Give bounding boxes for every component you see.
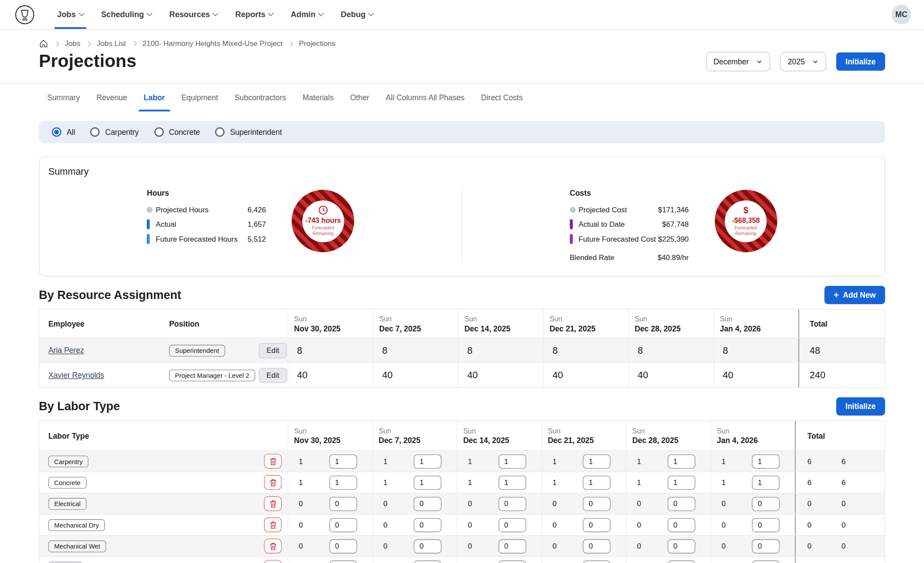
hours-input[interactable] bbox=[498, 496, 526, 510]
hours-input[interactable] bbox=[329, 518, 357, 532]
nav-jobs[interactable]: Jobs bbox=[48, 0, 92, 29]
hours-input[interactable] bbox=[583, 475, 610, 489]
row-total: 66 bbox=[795, 451, 885, 472]
projected-hours-value: 6,426 bbox=[247, 205, 266, 214]
hours-input[interactable] bbox=[668, 475, 695, 489]
hours-input[interactable] bbox=[752, 518, 780, 532]
hours-input[interactable] bbox=[414, 539, 441, 553]
main-nav: Jobs Scheduling Resources Reports Admin … bbox=[48, 0, 382, 29]
hours-input[interactable] bbox=[668, 454, 695, 468]
actual-cost-label: Actual to Date bbox=[579, 220, 662, 229]
year-select[interactable]: 2025 bbox=[780, 52, 826, 71]
filter-concrete[interactable]: Concrete bbox=[154, 127, 200, 137]
hours-input[interactable] bbox=[414, 496, 441, 510]
clock-icon bbox=[318, 205, 328, 215]
hours-input[interactable] bbox=[752, 560, 780, 563]
tab-materials[interactable]: Materials bbox=[294, 84, 342, 111]
hours-input[interactable] bbox=[752, 475, 780, 489]
hours-input[interactable] bbox=[583, 560, 610, 563]
hours-input[interactable] bbox=[498, 475, 526, 489]
filter-superintendent[interactable]: Superintendent bbox=[215, 127, 282, 137]
hours-input[interactable] bbox=[498, 454, 526, 468]
add-new-button[interactable]: + Add New bbox=[824, 286, 885, 304]
app-logo[interactable] bbox=[14, 4, 35, 25]
breadcrumb-projections[interactable]: Projections bbox=[299, 39, 335, 48]
breadcrumb-jobs-list[interactable]: Jobs List bbox=[97, 39, 126, 48]
week-value: 1 bbox=[552, 457, 556, 465]
delete-button[interactable] bbox=[264, 539, 281, 554]
hours-input[interactable] bbox=[329, 454, 357, 468]
delete-button[interactable] bbox=[264, 454, 281, 469]
initialize-button[interactable]: Initialize bbox=[836, 52, 885, 70]
hours-input[interactable] bbox=[414, 454, 441, 468]
labor-type-chip: Carpentry bbox=[48, 455, 88, 467]
hours-input[interactable] bbox=[752, 539, 780, 553]
hours-input[interactable] bbox=[498, 518, 526, 532]
nav-debug[interactable]: Debug bbox=[332, 0, 382, 29]
hours-input[interactable] bbox=[668, 560, 695, 563]
week-value: 0 bbox=[552, 521, 556, 529]
edit-button[interactable]: Edit bbox=[259, 367, 287, 383]
nav-admin[interactable]: Admin bbox=[282, 0, 332, 29]
filter-carpentry[interactable]: Carpentry bbox=[91, 127, 139, 137]
hours-input[interactable] bbox=[668, 518, 695, 532]
hours-input[interactable] bbox=[668, 496, 695, 510]
hours-input[interactable] bbox=[329, 560, 357, 563]
costs-remaining-value: -$68,358 bbox=[732, 216, 760, 225]
labor-initialize-button[interactable]: Initialize bbox=[836, 397, 885, 415]
user-avatar[interactable]: MC bbox=[892, 5, 911, 24]
employee-link[interactable]: Xavier Reynolds bbox=[48, 371, 104, 380]
nav-resources[interactable]: Resources bbox=[161, 0, 227, 29]
summary-title: Summary bbox=[48, 166, 884, 177]
hours-input[interactable] bbox=[668, 539, 695, 553]
hours-input[interactable] bbox=[583, 539, 610, 553]
filter-all[interactable]: All bbox=[52, 127, 75, 137]
hours-input[interactable] bbox=[414, 560, 441, 563]
nav-reports[interactable]: Reports bbox=[226, 0, 282, 29]
tab-direct-costs[interactable]: Direct Costs bbox=[473, 84, 531, 111]
nav-admin-label: Admin bbox=[291, 10, 316, 19]
tab-labor[interactable]: Labor bbox=[135, 84, 173, 111]
hours-input[interactable] bbox=[414, 518, 441, 532]
legend-row: Future Forecasted Hours 5,512 bbox=[147, 233, 266, 245]
hours-input[interactable] bbox=[752, 496, 780, 510]
nav-scheduling[interactable]: Scheduling bbox=[92, 0, 161, 29]
plus-icon: + bbox=[833, 291, 839, 299]
position-chip: Superintendent bbox=[169, 345, 225, 356]
tab-revenue[interactable]: Revenue bbox=[88, 84, 135, 111]
tab-other[interactable]: Other bbox=[342, 84, 377, 111]
tab-all-columns-all-phases[interactable]: All Columns All Phases bbox=[378, 84, 473, 111]
edit-button[interactable]: Edit bbox=[259, 343, 287, 358]
breadcrumb-jobs[interactable]: Jobs bbox=[65, 39, 81, 48]
hours-input[interactable] bbox=[414, 475, 441, 489]
delete-button[interactable] bbox=[264, 496, 281, 511]
col-week-2: Sun Dec 7, 2025 bbox=[373, 310, 458, 338]
month-select[interactable]: December bbox=[706, 52, 770, 71]
breadcrumb-project[interactable]: 2100- Harmony Heights Mixed-Use Project bbox=[142, 39, 282, 48]
week-date: Dec 28, 2025 bbox=[632, 436, 710, 445]
hours-input[interactable] bbox=[329, 539, 357, 553]
hours-input[interactable] bbox=[329, 475, 357, 489]
actual-cost-value: $67,748 bbox=[662, 220, 689, 229]
home-icon[interactable] bbox=[39, 39, 49, 49]
delete-button[interactable] bbox=[264, 475, 281, 490]
hours-input[interactable] bbox=[329, 496, 357, 510]
hours-input[interactable] bbox=[583, 496, 610, 510]
week-day: Sun bbox=[464, 314, 543, 323]
hours-input[interactable] bbox=[498, 539, 526, 553]
labor-type-chip: Concrete bbox=[48, 476, 86, 488]
col-week-1: Sun Nov 30, 2025 bbox=[288, 421, 372, 450]
hours-input[interactable] bbox=[498, 560, 526, 563]
hours-input[interactable] bbox=[583, 454, 610, 468]
tab-equipment[interactable]: Equipment bbox=[173, 84, 226, 111]
delete-button[interactable] bbox=[264, 560, 281, 563]
employee-link[interactable]: Aria Perez bbox=[48, 346, 84, 355]
hours-input[interactable] bbox=[583, 518, 610, 532]
trash-icon bbox=[269, 542, 277, 550]
hours-input[interactable] bbox=[752, 454, 780, 468]
tab-subcontractors[interactable]: Subcontractors bbox=[226, 84, 294, 111]
col-week-4: Sun Dec 21, 2025 bbox=[541, 421, 626, 450]
tab-summary[interactable]: Summary bbox=[39, 84, 88, 111]
delete-button[interactable] bbox=[264, 517, 281, 532]
table-row: Mechanical Wet 0 0 0 0 0 0 00 bbox=[39, 535, 885, 556]
